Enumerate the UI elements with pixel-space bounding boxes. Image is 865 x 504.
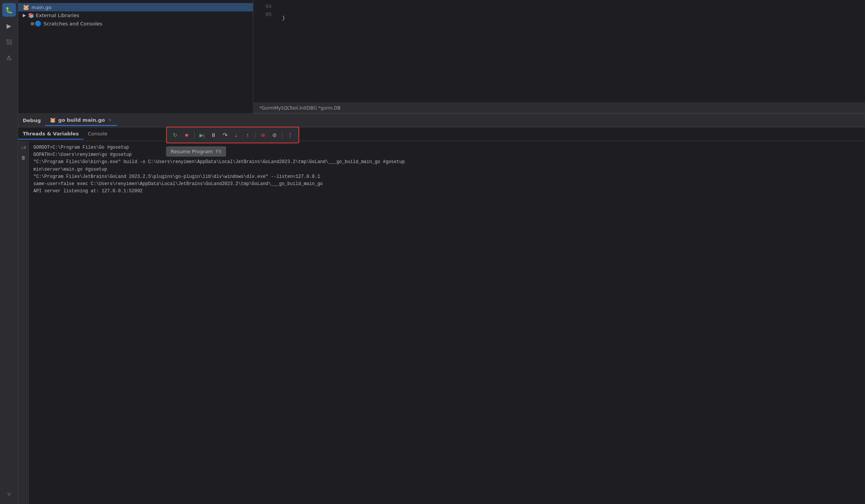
tree-item-scratches[interactable]: ≡🔵 Scratches and Consoles xyxy=(26,19,253,28)
debug-icon: 🐛 xyxy=(5,6,13,14)
toolbar-separator-2 xyxy=(255,131,256,139)
toolbar-separator-1 xyxy=(194,131,195,139)
code-line-64: } xyxy=(276,14,865,22)
clear-console-btn[interactable]: 🗑 xyxy=(20,154,27,162)
console-line-2: GOPATH=C:\Users\renyimen\go #gosetup xyxy=(33,151,860,159)
debug-session-tabs: Debug 🐹 go build main.go ✕ xyxy=(18,114,865,127)
pause-icon: ⏸ xyxy=(211,132,216,138)
file-tree-panel: 🐹 main.go ▶ 📚 External Libraries ≡🔵 Scra… xyxy=(18,0,253,113)
console-line-5: "C:\Program Files\JetBrains\GoLand 2023.… xyxy=(33,173,860,181)
step-into-button[interactable]: ↓ xyxy=(231,130,242,140)
go-file-icon: 🐹 xyxy=(23,4,29,10)
tab-console[interactable]: Console xyxy=(83,129,112,140)
warning-icon: ⚠ xyxy=(6,54,11,61)
console-line-6: same-user=false exec C:\Users\renyimen\A… xyxy=(33,181,860,188)
scroll-down-icon: ↓≡ xyxy=(20,145,26,151)
line-numbers: 64 65 xyxy=(253,0,276,22)
tree-item-label: External Libraries xyxy=(36,13,79,18)
console-sidebar: ↓≡ 🗑 xyxy=(18,141,29,504)
resume-tooltip: Resume Program F9 xyxy=(166,146,226,157)
console-line-1: GOROOT=C:\Program Files\Go #gosetup xyxy=(33,144,860,151)
more-button[interactable]: ⋮ xyxy=(285,130,295,140)
rerun-icon: ↻ xyxy=(173,132,177,138)
sidebar-icon-git[interactable]: ⑂ xyxy=(2,487,16,501)
library-icon: 📚 xyxy=(28,13,34,18)
tooltip-text: Resume Program xyxy=(171,149,213,154)
run-tab-label: go build main.go xyxy=(58,117,105,123)
debug-run-tab[interactable]: 🐹 go build main.go ✕ xyxy=(45,115,117,126)
resume-icon: ▶| xyxy=(199,132,204,138)
pause-button[interactable]: ⏸ xyxy=(208,130,219,140)
tab-threads-variables[interactable]: Threads & Variables xyxy=(18,129,83,140)
stop-icon: ■ xyxy=(185,132,188,138)
trash-icon: 🗑 xyxy=(21,155,26,161)
console-line-3: "C:\Program Files\Go\bin\go.exe" build -… xyxy=(33,159,860,166)
console-output: GOROOT=C:\Program Files\Go #gosetup GOPA… xyxy=(29,141,865,504)
clear-button[interactable]: ⊘ xyxy=(269,130,280,140)
step-out-icon: ↑ xyxy=(246,132,249,138)
console-area: ↓≡ 🗑 GOROOT=C:\Program Files\Go #gosetup… xyxy=(18,141,865,504)
left-sidebar: 🐛 ▶ ⬛ ⚠ ⑂ xyxy=(0,0,18,504)
console-line-4: min\server\main.go #gosetup xyxy=(33,166,860,173)
rerun-button[interactable]: ↻ xyxy=(170,130,181,140)
stop-button[interactable]: ■ xyxy=(181,130,192,140)
code-editor: 64 65 } *GormMySQLTool.InitDB() *gorm.DB xyxy=(253,0,865,113)
top-area: 🐹 main.go ▶ 📚 External Libraries ≡🔵 Scra… xyxy=(18,0,865,114)
step-over-icon: ↷ xyxy=(223,132,228,139)
sidebar-icon-run[interactable]: ▶ xyxy=(2,19,16,33)
step-out-button[interactable]: ↑ xyxy=(242,130,253,140)
line-num-64: 64 xyxy=(253,3,276,11)
debug-sub-tabs: Threads & Variables Console xyxy=(18,127,865,141)
function-name: *GormMySQLTool.InitDB() *gorm.DB xyxy=(259,105,341,111)
function-bar: *GormMySQLTool.InitDB() *gorm.DB xyxy=(253,103,865,113)
mute-button[interactable]: ⊗ xyxy=(258,130,268,140)
git-icon: ⑂ xyxy=(7,491,11,498)
tree-item-external-libs[interactable]: ▶ 📚 External Libraries xyxy=(18,11,253,19)
debug-panel: Debug 🐹 go build main.go ✕ Threads & Var… xyxy=(18,114,865,504)
debug-session-label[interactable]: Debug xyxy=(23,118,41,123)
external-libs-icon: ▶ xyxy=(23,13,26,18)
sidebar-icon-terminal[interactable]: ⬛ xyxy=(2,35,16,49)
resume-button[interactable]: ▶| xyxy=(197,130,207,140)
close-run-tab[interactable]: ✕ xyxy=(107,118,113,123)
sidebar-icon-warning[interactable]: ⚠ xyxy=(2,51,16,64)
debug-toolbar: ↻ ■ ▶| ⏸ ↷ ↓ ↑ xyxy=(166,127,299,143)
mute-icon: ⊗ xyxy=(261,132,265,138)
run-icon: ▶ xyxy=(6,22,11,30)
scratches-icon: ≡🔵 xyxy=(30,20,41,27)
console-label: Console xyxy=(88,131,108,137)
tooltip-shortcut: F9 xyxy=(216,149,221,154)
code-content[interactable]: } xyxy=(276,0,865,113)
go-run-icon: 🐹 xyxy=(50,117,56,123)
tree-item-label: Scratches and Consoles xyxy=(44,21,102,27)
threads-variables-label: Threads & Variables xyxy=(23,131,79,137)
toolbar-separator-3 xyxy=(282,131,283,139)
tree-item-main-go[interactable]: 🐹 main.go xyxy=(18,3,253,11)
clear-icon: ⊘ xyxy=(272,132,277,138)
sidebar-icon-debug[interactable]: 🐛 xyxy=(2,3,16,17)
console-line-7: API server listening at: 127.0.0.1:52092 xyxy=(33,188,860,195)
step-into-icon: ↓ xyxy=(235,132,238,138)
tree-item-label: main.go xyxy=(31,5,52,10)
terminal-icon: ⬛ xyxy=(6,39,12,45)
main-layout: 🐹 main.go ▶ 📚 External Libraries ≡🔵 Scra… xyxy=(18,0,865,504)
scroll-down-btn[interactable]: ↓≡ xyxy=(20,144,27,152)
more-icon: ⋮ xyxy=(287,132,293,138)
step-over-button[interactable]: ↷ xyxy=(220,130,230,140)
line-num-65: 65 xyxy=(253,11,276,19)
